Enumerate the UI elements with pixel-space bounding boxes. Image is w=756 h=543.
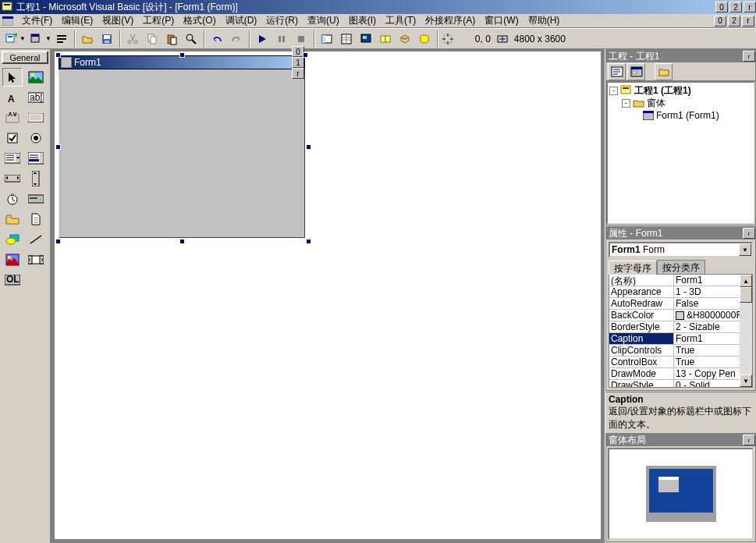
property-row[interactable]: ControlBoxTrue [609, 357, 740, 368]
property-row[interactable]: BackColor&H8000000F& [609, 310, 740, 321]
close-icon[interactable] [743, 435, 755, 445]
property-row[interactable]: ClipControlsTrue [609, 345, 740, 357]
redo-button[interactable] [228, 30, 246, 48]
close-icon[interactable] [743, 51, 755, 62]
menu-view[interactable]: 视图(V) [98, 13, 138, 28]
project-explorer-title[interactable]: 工程 - 工程1 [606, 50, 755, 62]
menu-query[interactable]: 查询(U) [303, 13, 344, 28]
form-maximize-button[interactable] [292, 57, 304, 68]
ole-tool[interactable]: OLE [2, 271, 23, 289]
close-button[interactable] [744, 2, 756, 12]
form-close-button[interactable] [292, 68, 304, 79]
menu-diagram[interactable]: 图表(I) [344, 13, 381, 28]
menu-run[interactable]: 运行(R) [261, 13, 303, 28]
tree-form-node[interactable]: Form1 (Form1) [609, 109, 752, 122]
minimize-button[interactable] [715, 2, 728, 12]
frame-tool[interactable]: xv [2, 108, 23, 127]
size-handle-ne[interactable] [303, 52, 308, 58]
break-button[interactable] [273, 30, 291, 48]
dropdown-icon[interactable]: ▼ [739, 243, 751, 256]
add-form-button[interactable] [27, 30, 45, 48]
undo-button[interactable] [208, 30, 226, 48]
scroll-thumb[interactable] [740, 287, 752, 303]
picturebox-tool[interactable] [26, 68, 46, 87]
hscrollbar-tool[interactable] [2, 169, 23, 188]
toggle-folders-button[interactable] [655, 63, 673, 80]
scroll-track[interactable] [740, 303, 752, 374]
copy-button[interactable] [144, 30, 161, 48]
size-handle-e[interactable] [306, 144, 311, 150]
dropdown-icon[interactable]: ▼ [20, 35, 26, 42]
mdi-restore-button[interactable] [728, 16, 740, 27]
data-tool[interactable] [26, 250, 46, 269]
start-button[interactable] [254, 30, 272, 48]
textbox-tool[interactable]: ab| [26, 88, 46, 107]
scroll-up-button[interactable]: ▲ [740, 275, 752, 287]
object-browser-button[interactable] [377, 30, 395, 48]
scroll-down-button[interactable]: ▼ [740, 374, 752, 387]
menu-tools[interactable]: 工具(T) [381, 13, 421, 28]
line-tool[interactable] [26, 230, 46, 249]
cut-button[interactable] [124, 30, 142, 48]
tab-categorized[interactable]: 按分类序 [657, 260, 705, 274]
tree-project-node[interactable]: -工程1 (工程1) [609, 84, 752, 97]
property-row[interactable]: DrawMode13 - Copy Pen [609, 368, 740, 380]
size-handle-n[interactable] [179, 52, 185, 58]
form-designer[interactable]: Form1 [59, 55, 305, 238]
tree-folder-node[interactable]: -窗体 [609, 97, 752, 109]
properties-window-button[interactable] [338, 30, 356, 48]
checkbox-tool[interactable] [2, 129, 23, 147]
menu-format[interactable]: 格式(O) [179, 13, 220, 28]
menu-debug[interactable]: 调试(D) [221, 13, 262, 28]
property-row[interactable]: Appearance1 - 3D [609, 286, 740, 298]
listbox-tool[interactable] [26, 149, 46, 168]
shape-tool[interactable] [2, 230, 23, 249]
size-handle-se[interactable] [306, 239, 311, 244]
pointer-tool[interactable] [2, 68, 23, 87]
find-button[interactable] [183, 30, 201, 48]
project-explorer-button[interactable] [318, 30, 336, 48]
property-row[interactable]: CaptionForm1 [609, 333, 740, 345]
mdi-close-button[interactable] [742, 16, 754, 27]
properties-title[interactable]: 属性 - Form1 [606, 227, 755, 240]
form-client-area[interactable] [59, 69, 305, 238]
layout-form-marker[interactable] [658, 477, 679, 492]
mdi-minimize-button[interactable] [714, 16, 726, 27]
paste-button[interactable] [163, 30, 181, 48]
property-row[interactable]: BorderStyle2 - Sizable [609, 321, 740, 333]
data-view-button[interactable] [416, 30, 434, 48]
toolbox-button[interactable] [396, 30, 414, 48]
menu-file[interactable]: 文件(F) [17, 13, 57, 28]
object-combo[interactable]: Form1 Form ▼ [609, 242, 753, 257]
form-layout-button[interactable] [357, 30, 375, 48]
mdi-icon[interactable] [2, 15, 14, 27]
menu-window[interactable]: 窗口(W) [480, 13, 523, 28]
close-icon[interactable] [743, 228, 755, 239]
toolbox-tab[interactable]: General [2, 51, 48, 64]
size-handle-s[interactable] [179, 239, 185, 244]
image-tool[interactable] [2, 250, 23, 269]
tab-alphabetic[interactable]: 按字母序 [609, 261, 657, 275]
property-row[interactable]: (名称)Form1 [609, 275, 740, 286]
label-tool[interactable]: A [2, 88, 23, 107]
size-handle-sw[interactable] [55, 239, 61, 244]
end-button[interactable] [293, 30, 311, 48]
drivelistbox-tool[interactable] [26, 190, 46, 208]
size-handle-nw[interactable] [55, 52, 61, 58]
menu-edit[interactable]: 编辑(E) [57, 13, 98, 28]
form-layout-body[interactable] [608, 448, 754, 540]
size-handle-w[interactable] [55, 144, 61, 150]
property-row[interactable]: AutoRedrawFalse [609, 298, 740, 310]
add-project-button[interactable]: + [2, 30, 20, 48]
dirlistbox-tool[interactable] [2, 210, 23, 229]
view-code-button[interactable] [608, 63, 626, 80]
menu-help[interactable]: 帮助(H) [524, 13, 565, 28]
properties-grid[interactable]: (名称)Form1Appearance1 - 3DAutoRedrawFalse… [609, 275, 740, 387]
optionbutton-tool[interactable] [26, 129, 46, 147]
filelistbox-tool[interactable] [26, 210, 46, 229]
menu-project[interactable]: 工程(P) [138, 13, 179, 28]
save-button[interactable] [98, 30, 116, 48]
commandbutton-tool[interactable] [26, 108, 46, 127]
timer-tool[interactable] [2, 190, 23, 208]
design-surface[interactable]: Form1 [55, 51, 601, 539]
